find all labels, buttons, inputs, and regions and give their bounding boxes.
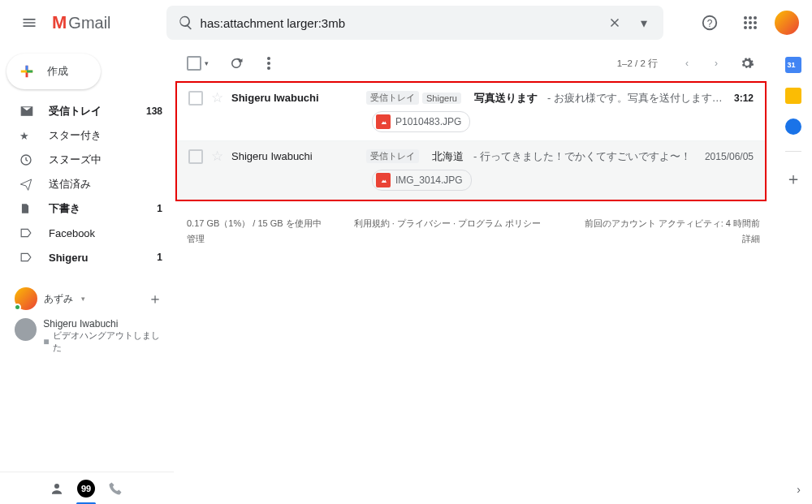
more-vert-icon [267, 57, 270, 70]
search-bar: ▾ [166, 6, 663, 40]
support-button[interactable]: ? [693, 6, 726, 39]
message-row[interactable]: ☆ Shigeru Iwabuchi 受信トレイ Shigeru 写真送ります … [177, 83, 765, 141]
prev-page-button[interactable]: ‹ [676, 52, 698, 75]
hangouts-me-name: あずみ [44, 292, 73, 306]
svg-point-6 [749, 21, 752, 24]
toolbar: ▾ 1–2 / 2 行 ‹ › [174, 45, 773, 81]
apps-button[interactable] [734, 6, 767, 39]
footer: 0.17 GB（1%） / 15 GB を使用中 管理 利用規約 · プライバシ… [174, 201, 773, 261]
get-addons-button[interactable]: ＋ [785, 168, 801, 190]
footer-policies-text[interactable]: 利用規約 · プライバシー · プログラム ポリシー [354, 218, 541, 228]
message-subject: 北海道 [432, 149, 464, 164]
gear-icon [740, 56, 754, 71]
more-button[interactable] [256, 50, 282, 76]
header: M Gmail ▾ ? [0, 0, 812, 45]
attachment-chip[interactable]: IMG_3014.JPG [372, 170, 472, 191]
star-icon: ★ [19, 130, 36, 142]
hangouts-me-row[interactable]: あずみ ▾ ＋ [15, 282, 166, 315]
account-avatar[interactable] [775, 11, 799, 35]
settings-button[interactable] [734, 50, 760, 76]
storage-text: 0.17 GB（1%） / 15 GB を使用中 [187, 216, 322, 231]
draft-icon [19, 202, 36, 215]
activity-details-link[interactable]: 詳細 [742, 234, 760, 243]
attachment-chip[interactable]: P1010483.JPG [372, 111, 470, 132]
star-icon[interactable]: ☆ [211, 89, 223, 106]
presence-dot-icon [14, 304, 21, 311]
svg-point-13 [267, 62, 270, 65]
attachment-name: P1010483.JPG [395, 116, 461, 127]
hangouts-contact-row[interactable]: Shigeru Iwabuchi ■ビデオハングアウトしました [15, 315, 166, 357]
gmail-m-icon: M [52, 12, 65, 33]
nav-sent[interactable]: 送信済み [0, 172, 174, 196]
search-input[interactable] [201, 16, 600, 30]
nav-snoozed[interactable]: スヌーズ中 [0, 148, 174, 172]
label-icon [19, 252, 36, 263]
hamburger-icon [21, 15, 37, 31]
hangouts-tabs: 99 [0, 472, 174, 504]
calendar-addon-button[interactable] [785, 57, 801, 73]
keep-addon-button[interactable] [785, 88, 801, 104]
pagination-count: 1–2 / 2 行 [617, 58, 658, 70]
compose-label: 作成 [47, 64, 68, 79]
inbox-icon [19, 104, 36, 118]
label-chip[interactable]: 受信トレイ [366, 149, 419, 163]
hangouts-phone-tab[interactable] [101, 474, 130, 503]
image-file-icon [376, 173, 391, 187]
apps-grid-icon [743, 15, 758, 30]
hangouts-contacts-tab[interactable] [42, 474, 71, 503]
header-right: ? [693, 6, 799, 39]
label-chip[interactable]: 受信トレイ [366, 91, 419, 105]
storage-manage-link[interactable]: 管理 [187, 234, 205, 243]
message-checkbox[interactable] [188, 91, 203, 106]
search-options-caret-icon[interactable]: ▾ [629, 15, 659, 31]
gmail-logo-text: Gmail [68, 14, 110, 32]
activity-text: 前回のアカウント アクティビティ: 4 時間前 [585, 216, 760, 231]
message-subject: 写真送ります [474, 91, 538, 106]
nav-starred[interactable]: ★ スター付き [0, 123, 174, 148]
next-page-button[interactable]: › [705, 52, 728, 75]
nav-label: 送信済み [49, 177, 91, 192]
compose-button[interactable]: 作成 [6, 54, 101, 89]
nav-inbox[interactable]: 受信トレイ 138 [0, 99, 174, 123]
nav-drafts[interactable]: 下書き 1 [0, 196, 174, 221]
nav-badge: 1 [157, 203, 162, 214]
nav-label: スター付き [49, 128, 102, 143]
hangouts-contact-name: Shigeru Iwabuchi [43, 318, 166, 330]
svg-point-12 [267, 57, 270, 60]
collapse-panel-button[interactable]: › [797, 483, 801, 496]
help-icon: ? [701, 14, 719, 32]
message-checkbox[interactable] [188, 149, 203, 164]
hangouts-new-button[interactable]: ＋ [145, 286, 166, 312]
tasks-addon-button[interactable] [785, 118, 801, 135]
nav-label: 下書き [49, 201, 80, 216]
clear-search-icon[interactable] [600, 15, 629, 30]
svg-point-10 [754, 26, 757, 29]
label-chip[interactable]: Shigeru [422, 93, 461, 104]
message-sender: Shigeru Iwabuchi [231, 92, 358, 104]
separator [785, 151, 801, 152]
message-date: 2015/06/05 [705, 151, 754, 162]
hangouts-contact-sub: ビデオハングアウトしました [53, 330, 166, 354]
select-all-checkbox[interactable] [187, 56, 201, 71]
message-row[interactable]: ☆ Shigeru Iwabuchi 受信トレイ 北海道 - 行ってきました！で… [177, 141, 765, 200]
avatar [15, 287, 37, 310]
star-icon[interactable]: ☆ [211, 148, 223, 165]
svg-point-8 [744, 26, 747, 29]
hangouts-icon: 99 [77, 480, 95, 498]
send-icon [19, 178, 36, 191]
highlighted-message-list: ☆ Shigeru Iwabuchi 受信トレイ Shigeru 写真送ります … [175, 81, 767, 201]
message-chips: 受信トレイ [366, 149, 419, 163]
search-icon[interactable] [171, 15, 201, 31]
refresh-icon [229, 56, 244, 71]
svg-point-4 [754, 16, 757, 19]
main-menu-button[interactable] [13, 6, 45, 39]
hangouts-chat-tab[interactable]: 99 [71, 474, 101, 503]
select-caret-icon[interactable]: ▾ [205, 59, 209, 67]
message-chips: 受信トレイ Shigeru [366, 91, 461, 105]
gmail-logo[interactable]: M Gmail [52, 12, 111, 33]
nav-label-facebook[interactable]: Facebook [0, 221, 174, 245]
nav-label-shigeru[interactable]: Shigeru 1 [0, 245, 174, 269]
message-snippet: - お疲れ様です。写真を送付します… [547, 91, 726, 106]
refresh-button[interactable] [223, 50, 249, 76]
svg-text:?: ? [707, 18, 713, 29]
